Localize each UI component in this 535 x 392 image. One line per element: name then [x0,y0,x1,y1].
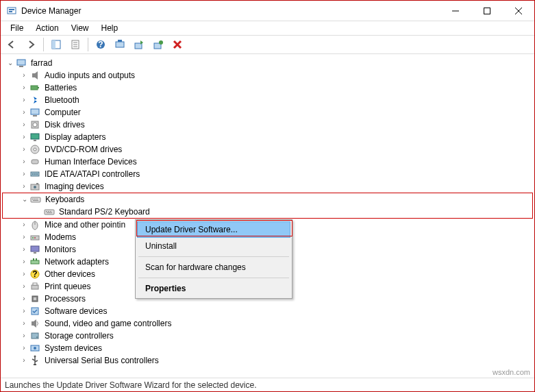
tree-node-label: Batteries [43,82,78,94]
tree-node-label: Display adapters [43,131,107,143]
context-uninstall[interactable]: Uninstall [137,238,290,254]
chevron-right-icon[interactable]: › [18,318,29,329]
disk-icon [29,119,40,130]
maximize-button[interactable] [471,1,503,21]
chevron-right-icon[interactable]: › [18,330,29,341]
chevron-right-icon[interactable]: › [18,107,29,118]
svg-rect-22 [32,73,35,77]
tree-node-label: IDE ATA/ATAPI controllers [43,168,141,180]
show-hide-tree-button[interactable] [48,36,64,53]
tree-node-disk[interactable]: ›Disk drives [2,119,533,131]
svg-rect-33 [32,160,38,164]
usb-icon [29,355,40,366]
chevron-right-icon[interactable]: › [18,95,29,106]
tree-node-keyboard[interactable]: ⌄Keyboards [3,193,532,206]
tree-node-bluetooth[interactable]: ›Bluetooth [2,94,533,106]
tree-node-keyboard-child[interactable]: Standard PS/2 Keyboard [3,206,532,218]
svg-point-54 [32,237,34,238]
context-update-driver[interactable]: Update Driver Software... [137,221,290,238]
svg-rect-40 [36,183,38,184]
minimize-button[interactable] [440,1,471,21]
context-separator [138,278,289,278]
keyboard-icon [44,206,55,217]
ide-icon [29,169,40,180]
tree-node-imaging[interactable]: ›Imaging devices [2,180,533,193]
chevron-right-icon[interactable]: › [18,181,29,192]
context-properties[interactable]: Properties [137,280,290,297]
titlebar: Device Manager [1,1,534,21]
update-driver-button[interactable] [131,36,147,53]
tree-node-storage[interactable]: ›Storage controllers [2,330,533,342]
svg-rect-66 [34,297,36,300]
chevron-right-icon[interactable]: › [18,119,29,130]
bluetooth-icon [29,95,40,106]
svg-rect-23 [31,86,38,90]
tree-node-usb[interactable]: ›Universal Serial Bus controllers [2,354,533,367]
svg-rect-63 [32,285,38,289]
forward-button[interactable] [23,36,39,53]
chevron-right-icon[interactable]: › [18,70,29,81]
device-tree[interactable]: ⌄ farrad ›Audio inputs and outputs›Batte… [1,54,534,378]
menu-help[interactable]: Help [96,22,124,34]
chevron-right-icon[interactable]: › [18,232,29,243]
tree-node-optical[interactable]: ›DVD/CD-ROM drives [2,143,533,156]
menu-action[interactable]: Action [30,22,64,34]
chevron-right-icon[interactable]: › [18,82,29,93]
svg-rect-24 [38,87,39,88]
tree-node-battery[interactable]: ›Batteries [2,82,533,94]
tree-node-display[interactable]: ›Display adapters [2,131,533,143]
tree-root[interactable]: ⌄ farrad [2,57,533,69]
chevron-right-icon[interactable]: › [18,219,29,230]
svg-point-35 [32,173,34,175]
chevron-right-icon[interactable]: › [18,281,29,292]
tree-node-computer[interactable]: ›Computer [2,106,533,119]
tree-node-sound[interactable]: ›Sound, video and game controllers [2,317,533,330]
svg-point-73 [34,356,36,358]
svg-rect-41 [31,197,40,202]
sound-icon [29,318,40,329]
tree-node-label: Network adapters [43,256,110,268]
menu-view[interactable]: View [66,22,95,34]
chevron-right-icon[interactable]: › [18,256,29,267]
menu-file[interactable]: File [5,22,29,34]
tree-node-audio[interactable]: ›Audio inputs and outputs [2,69,533,82]
tree-node-label: Human Interface Devices [43,156,138,168]
context-separator [138,256,289,257]
tree-node-system[interactable]: ›System devices [2,342,533,354]
back-button[interactable] [3,36,20,53]
chevron-right-icon[interactable]: › [18,343,29,354]
chevron-right-icon[interactable]: › [18,293,29,304]
scan-button[interactable] [112,36,128,53]
help-button[interactable]: ? [92,36,109,53]
chevron-right-icon[interactable]: › [18,169,29,180]
svg-rect-64 [33,283,37,285]
tree-node-label: Monitors [43,243,77,256]
chevron-down-icon[interactable]: ⌄ [19,194,30,205]
app-icon [6,5,17,16]
close-button[interactable] [503,1,534,21]
svg-rect-20 [17,60,25,65]
chevron-right-icon[interactable]: › [18,269,29,280]
context-scan[interactable]: Scan for hardware changes [137,259,290,275]
computer-icon [16,58,27,69]
chevron-down-icon[interactable]: ⌄ [5,58,16,69]
tree-node-label: Print queues [43,280,92,293]
chevron-right-icon[interactable]: › [18,355,29,366]
properties-button[interactable] [67,36,84,53]
chevron-right-icon[interactable]: › [18,156,29,167]
chevron-right-icon[interactable]: › [18,144,29,155]
uninstall-button[interactable] [150,36,166,53]
root-label: farrad [29,57,53,69]
svg-rect-8 [52,40,55,49]
tree-node-software[interactable]: ›Software devices [2,305,533,317]
tree-node-label: Computer [43,106,82,119]
chevron-right-icon[interactable]: › [18,306,29,317]
chevron-right-icon[interactable]: › [18,132,29,143]
mouse-icon [29,219,40,230]
svg-rect-4 [484,8,490,14]
tree-node-hid[interactable]: ›Human Interface Devices [2,156,533,168]
delete-button[interactable] [169,36,186,53]
chevron-right-icon[interactable]: › [18,244,29,255]
watermark: wsxdn.com [493,368,530,376]
tree-node-ide[interactable]: ›IDE ATA/ATAPI controllers [2,168,533,180]
